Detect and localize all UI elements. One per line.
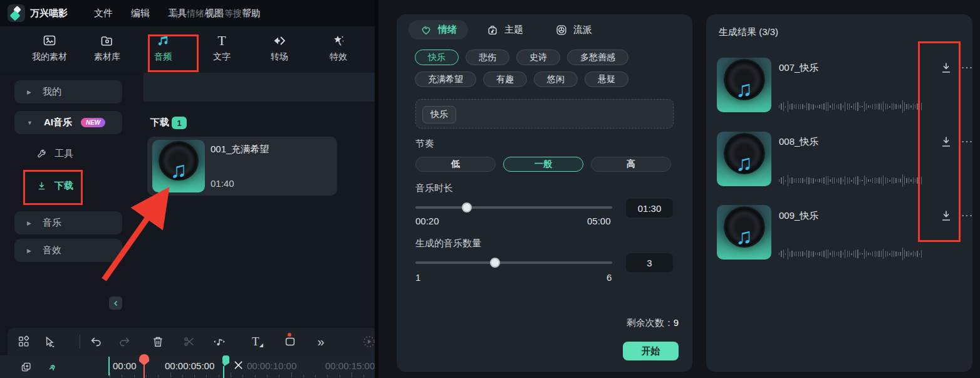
layout-grid-icon[interactable] [17,335,31,349]
album-art[interactable]: ♫ [717,132,771,186]
tab-genre[interactable]: 流派 [555,20,592,39]
annotation-box-audio-tab [148,34,199,72]
tab-label: 主题 [504,24,523,36]
app-window: 万兴喵影 文件 编辑 工具 视图 帮助 我的素材 素材库 [0,0,980,378]
sidebar-label: AI音乐 [44,117,72,129]
sidebar-item-tools[interactable]: 工具 [36,145,73,162]
text-icon: T [217,33,226,49]
more-icon[interactable]: ··· [961,62,973,73]
sidebar-label: 工具 [55,148,73,160]
new-badge: NEW [81,118,105,127]
music-note-icon: ♫ [170,157,187,183]
tab-transition[interactable]: 转场 [257,33,302,63]
music-note-icon: ♫ [736,223,753,249]
sidebar-item-my[interactable]: ▶ 我的 [14,80,122,103]
sidebar-label: 我的 [43,86,61,98]
tab-theme[interactable]: 主题 [486,20,523,39]
result-title: 007_快乐 [779,62,818,74]
select-cursor-icon[interactable] [43,335,56,349]
timeline-ruler[interactable]: 00:00 00:00:05:00 00:00:10:00 00:00:15:0… [0,355,378,378]
tempo-low-button[interactable]: 低 [415,157,496,172]
app-logo-icon [8,4,25,22]
beat-detect-icon[interactable] [212,335,226,349]
music-note-icon: ♫ [736,150,753,176]
music-note-icon: ♫ [736,76,753,102]
duration-label: 音乐时长 [415,182,453,194]
tab-effects[interactable]: 特效 [316,33,361,63]
tab-label: 文字 [213,51,231,63]
downloads-count-badge: 1 [172,117,187,129]
mask-tool-icon[interactable] [283,335,297,349]
album-art[interactable]: ♫ [717,58,771,112]
emotion-chip-row-2: 充满希望 有趣 悠闲 悬疑 [415,71,628,87]
render-preview-icon[interactable] [362,335,376,349]
count-slider[interactable] [415,261,612,264]
start-button[interactable]: 开始 [623,342,679,360]
tab-text[interactable]: T 文字 [199,33,244,63]
toolbar-divider [80,335,80,349]
collapse-sidebar-button[interactable] [109,297,122,310]
music-item-title: 001_充满希望 [211,144,269,155]
duration-value[interactable]: 01:30 [626,199,673,218]
transition-icon [271,33,288,49]
chip-sad[interactable]: 悲伤 [466,50,509,65]
chevron-right-icon: ▶ [27,248,31,254]
more-icon[interactable]: ··· [961,210,973,221]
results-header: 生成结果 (3/3) [719,26,778,38]
selected-tag[interactable]: 快乐 [422,106,456,123]
remaining-value: 9 [674,317,679,328]
count-value[interactable]: 3 [626,253,673,272]
chip-hopeful[interactable]: 充满希望 [415,71,476,87]
selected-tags-area: 快乐 [415,99,674,129]
tempo-normal-button[interactable]: 一般 [503,157,583,172]
search-input[interactable] [168,8,358,19]
ruler-ticks [0,355,378,378]
tab-library[interactable]: 素材库 [85,33,130,63]
music-item-duration: 01:40 [211,178,234,189]
chip-relaxed[interactable]: 悠闲 [534,71,578,87]
tab-my-media[interactable]: 我的素材 [27,33,72,63]
chevron-left-icon [112,300,120,307]
theme-icon [486,24,499,36]
sidebar-item-ai-music[interactable]: ▼ AI音乐 NEW [14,111,122,134]
media-icon [42,33,57,49]
more-tools-icon[interactable]: » [314,335,328,349]
text-tool-icon[interactable]: T◢ [251,335,264,349]
scissors-icon[interactable] [182,335,196,349]
chip-sentimental[interactable]: 多愁善感 [567,50,628,65]
duration-slider[interactable] [415,206,612,209]
sidebar-label: 音乐 [43,217,61,229]
remaining-count: 剩余次数：9 [627,317,679,329]
annotation-box-download-column [918,41,961,242]
chip-funny[interactable]: 有趣 [483,71,527,87]
tempo-high-button[interactable]: 高 [591,157,671,172]
library-icon [100,33,115,49]
tab-label: 特效 [330,51,347,63]
chevron-down-icon: ▼ [27,120,33,126]
duration-slider-handle[interactable] [462,202,472,213]
annotation-arrow [94,181,182,287]
album-art[interactable]: ♫ [717,205,771,260]
tab-label: 流派 [573,24,592,36]
tab-emotion[interactable]: 情绪 [409,20,468,39]
tempo-label: 节奏 [415,138,434,150]
count-slider-handle[interactable] [490,258,500,268]
wrench-icon [36,149,47,159]
delete-icon[interactable] [151,335,165,349]
effects-icon [331,33,346,49]
chip-epic[interactable]: 史诗 [516,50,560,65]
genre-icon [555,24,568,36]
chip-happy[interactable]: 快乐 [415,50,459,65]
redo-icon[interactable] [118,335,132,349]
app-title: 万兴喵影 [30,8,68,19]
chip-suspense[interactable]: 悬疑 [585,71,628,87]
menu-file[interactable]: 文件 [94,8,113,19]
tab-label: 素材库 [94,51,120,63]
sidebar-label: 音效 [43,244,61,256]
menu-edit[interactable]: 编辑 [131,8,150,19]
search-bar[interactable] [143,73,378,102]
undo-icon[interactable] [89,335,103,349]
downloads-section-header: 下载 [150,117,169,129]
more-icon[interactable]: ··· [961,136,973,147]
tab-label: 我的素材 [32,51,67,63]
